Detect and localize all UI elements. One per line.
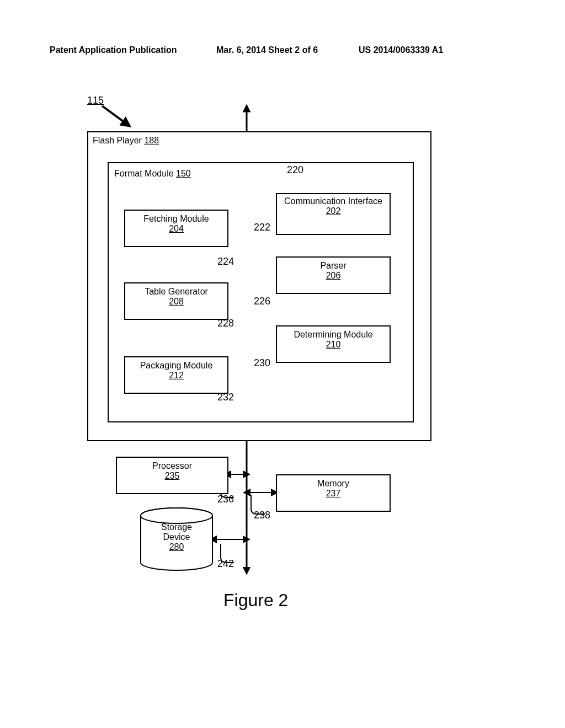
block-communication-interface: Communication Interface 202 (276, 193, 391, 235)
store-title: Storage Device (141, 522, 212, 542)
store-title-text: Storage Device (141, 522, 212, 542)
mem-title: Memory (277, 479, 390, 489)
block-parser: Parser 206 (276, 256, 391, 294)
block-packaging-module: Packaging Module 212 (124, 356, 228, 394)
block-processor: Processor 235 (116, 457, 228, 494)
pkg-num: 212 (125, 371, 227, 381)
conn-226: 226 (254, 296, 270, 307)
format-module-title: Format Module (114, 169, 174, 178)
conn-224: 224 (217, 256, 234, 267)
det-title: Determining Module (277, 330, 390, 340)
tgen-title: Table Generator (125, 287, 227, 297)
conn-236: 236 (217, 494, 234, 505)
parser-title: Parser (277, 261, 390, 271)
svg-line-1 (102, 106, 127, 124)
comm-title: Communication Interface (277, 196, 390, 206)
tgen-num: 208 (125, 297, 227, 307)
comm-num: 202 (277, 206, 390, 216)
mem-num: 237 (277, 489, 390, 499)
fetch-num: 204 (125, 224, 227, 234)
conn-242: 242 (217, 558, 234, 570)
block-fetching-module: Fetching Module 204 (124, 210, 228, 247)
conn-220: 220 (287, 164, 303, 176)
block-storage-device: Storage Device 280 (141, 522, 212, 552)
conn-232: 232 (217, 392, 234, 403)
figure-caption: Figure 2 (223, 590, 288, 611)
flash-player-label: Flash Player 188 (93, 136, 159, 146)
conn-228: 228 (217, 318, 234, 329)
flash-player-num: 188 (144, 136, 159, 145)
pkg-title: Packaging Module (125, 361, 227, 371)
conn-230: 230 (254, 357, 270, 369)
parser-num: 206 (277, 271, 390, 281)
fetch-title: Fetching Module (125, 214, 227, 224)
block-determining-module: Determining Module 210 (276, 325, 391, 363)
block-table-generator: Table Generator 208 (124, 282, 228, 320)
det-num: 210 (277, 340, 390, 350)
flash-player-title: Flash Player (93, 136, 142, 145)
conn-222: 222 (254, 222, 270, 233)
proc-title: Processor (117, 461, 227, 471)
conn-238: 238 (254, 510, 270, 521)
format-module-label: Format Module 150 (114, 169, 191, 179)
page: Patent Application Publication Mar. 6, 2… (0, 0, 565, 728)
format-module-num: 150 (176, 169, 191, 178)
svg-point-13 (141, 508, 212, 523)
store-num: 280 (141, 542, 212, 552)
block-memory: Memory 237 (276, 474, 391, 512)
system-ref-number: 115 (87, 95, 104, 106)
proc-num: 235 (117, 471, 227, 481)
